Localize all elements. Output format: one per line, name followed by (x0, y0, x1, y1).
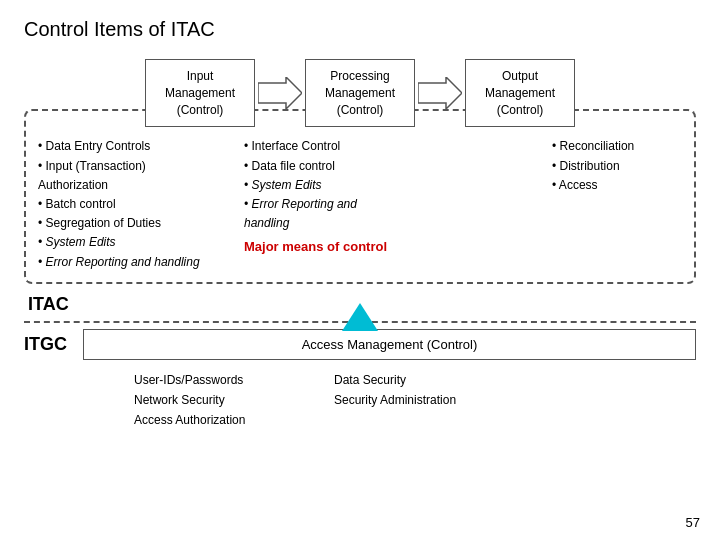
bottom-col-left: User-IDs/Passwords Network Security Acce… (134, 370, 334, 431)
page-title: Control Items of ITAC (24, 18, 696, 41)
middle-item-3: • System Edits (244, 176, 546, 195)
left-item-1: • Data Entry Controls (38, 137, 234, 156)
svg-marker-0 (258, 77, 302, 109)
left-item-6: • System Edits (38, 233, 234, 252)
cyan-arrow-up (342, 303, 378, 334)
bottom-left-2: Network Security (134, 390, 334, 410)
arrow-1 (255, 75, 305, 111)
middle-item-4: • Error Reporting and (244, 195, 546, 214)
left-item-3: Authorization (38, 176, 234, 195)
svg-marker-1 (418, 77, 462, 109)
bottom-lists: User-IDs/Passwords Network Security Acce… (134, 370, 696, 431)
right-item-1: • Reconciliation (552, 137, 686, 156)
middle-item-5: handling (244, 214, 546, 233)
bottom-left-1: User-IDs/Passwords (134, 370, 334, 390)
left-item-2: • Input (Transaction) (38, 157, 234, 176)
page-number: 57 (686, 515, 700, 530)
right-item-2: • Distribution (552, 157, 686, 176)
left-list: • Data Entry Controls • Input (Transacti… (34, 137, 234, 271)
page: Control Items of ITAC InputManagement(Co… (0, 0, 720, 540)
access-management-box: Access Management (Control) (83, 329, 696, 360)
bottom-left-3: Access Authorization (134, 410, 334, 430)
middle-item-2: • Data file control (244, 157, 546, 176)
itgc-label: ITGC (24, 334, 67, 355)
svg-marker-2 (342, 303, 378, 331)
top-flow: InputManagement(Control) ProcessingManag… (24, 59, 696, 127)
output-management-box: OutputManagement(Control) (465, 59, 575, 127)
left-item-4: • Batch control (38, 195, 234, 214)
middle-item-1: • Interface Control (244, 137, 546, 156)
left-item-5: • Segregation of Duties (38, 214, 234, 233)
dashed-container: • Data Entry Controls • Input (Transacti… (24, 109, 696, 283)
bottom-col-right: Data Security Security Administration (334, 370, 534, 431)
left-item-7: • Error Reporting and handling (38, 253, 234, 272)
divider-section (24, 321, 696, 323)
right-list: • Reconciliation • Distribution • Access (546, 137, 686, 271)
major-means-label: Major means of control (244, 237, 546, 258)
input-management-box: InputManagement(Control) (145, 59, 255, 127)
arrow-2 (415, 75, 465, 111)
middle-list: • Interface Control • Data file control … (234, 137, 546, 271)
processing-management-box: ProcessingManagement(Control) (305, 59, 415, 127)
bottom-right-2: Security Administration (334, 390, 534, 410)
bottom-right-1: Data Security (334, 370, 534, 390)
right-item-3: • Access (552, 176, 686, 195)
